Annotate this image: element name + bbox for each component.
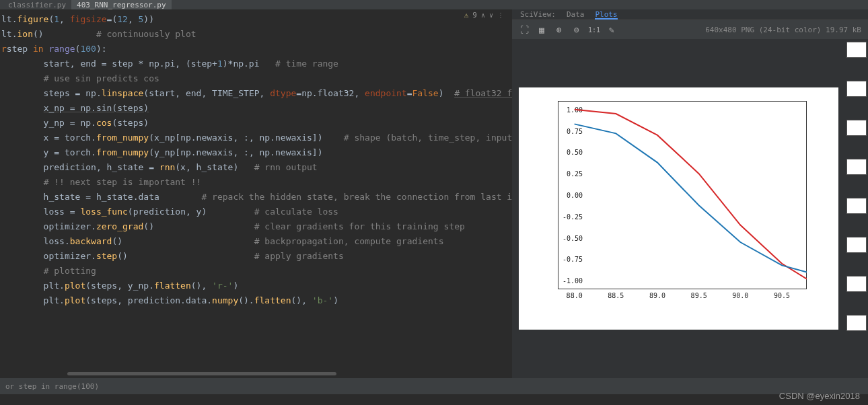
- plot-thumbnail[interactable]: [846, 159, 867, 175]
- thumbnail-strip: [845, 39, 868, 378]
- status-bar: or step in range(100): [0, 378, 868, 394]
- plot-toolbar: ⛶ ▦ ⊕ ⊖ 1:1 ✎ 640x480 PNG (24-bit color)…: [512, 20, 868, 39]
- plot-viewport[interactable]: -1.00-0.75-0.50-0.250.000.250.500.751.00…: [512, 39, 845, 378]
- code-editor[interactable]: ⚠ 9 ∧ ∨ ⋮ lt.figure(1, figsize=(12, 5))l…: [0, 9, 512, 378]
- plot-thumbnail[interactable]: [846, 120, 867, 136]
- edit-icon[interactable]: ✎: [606, 24, 617, 35]
- sciview-label: SciView:: [520, 10, 556, 20]
- zoom-out-icon[interactable]: ⊖: [571, 24, 582, 35]
- tab-classifier[interactable]: classifier.py: [3, 0, 71, 9]
- plot-figure: -1.00-0.75-0.50-0.250.000.250.500.751.00…: [519, 87, 838, 330]
- inspection-widget[interactable]: ⚠ 9 ∧ ∨ ⋮: [464, 11, 504, 20]
- chevron-up-icon[interactable]: ∧: [481, 11, 485, 19]
- plot-thumbnail[interactable]: [846, 198, 867, 214]
- watermark: CSDN @eyexin2018: [779, 391, 860, 401]
- image-info: 640x480 PNG (24-bit color) 19.97 kB: [705, 26, 861, 34]
- horizontal-scrollbar[interactable]: [67, 372, 336, 375]
- plot-thumbnail[interactable]: [846, 315, 867, 331]
- breadcrumb[interactable]: or step in range(100): [5, 382, 99, 391]
- warning-icon: ⚠: [464, 11, 469, 20]
- zoom-in-icon[interactable]: ⊕: [554, 24, 565, 35]
- sciview-panel: SciView: Data Plots ⛶ ▦ ⊕ ⊖ 1:1 ✎ 640x48…: [512, 9, 868, 378]
- code-area[interactable]: lt.figure(1, figsize=(12, 5))lt.ion() # …: [0, 12, 512, 308]
- tab-rnn-regressor[interactable]: 403_RNN_regressor.py: [71, 0, 171, 9]
- editor-tabs: classifier.py 403_RNN_regressor.py: [0, 0, 868, 9]
- tab-plots[interactable]: Plots: [595, 10, 617, 20]
- plot-thumbnail[interactable]: [846, 42, 867, 58]
- warning-count: 9: [472, 11, 477, 20]
- plot-thumbnail[interactable]: [846, 81, 867, 97]
- plot-thumbnail[interactable]: [846, 237, 867, 253]
- more-icon[interactable]: ⋮: [497, 11, 504, 19]
- sciview-tabs: SciView: Data Plots: [512, 9, 868, 20]
- tab-data[interactable]: Data: [567, 10, 585, 20]
- chevron-down-icon[interactable]: ∨: [489, 11, 493, 19]
- grid-icon[interactable]: ▦: [536, 24, 547, 35]
- one-to-one-icon[interactable]: 1:1: [589, 24, 600, 35]
- maximize-icon[interactable]: ⛶: [519, 24, 530, 35]
- plot-thumbnail[interactable]: [846, 276, 867, 292]
